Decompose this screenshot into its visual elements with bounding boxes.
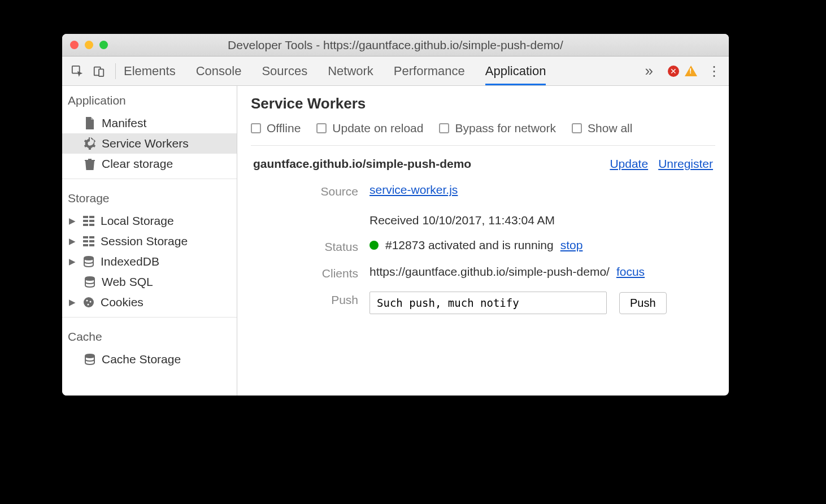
sidebar-item-indexeddb[interactable]: ▶ IndexedDB	[62, 251, 237, 272]
database-icon	[82, 255, 95, 268]
push-label: Push	[251, 292, 369, 307]
tab-application[interactable]: Application	[485, 57, 546, 85]
status-value: #12873 activated and is running stop	[369, 238, 715, 252]
manifest-icon	[84, 117, 96, 129]
expand-icon[interactable]: ▶	[69, 216, 77, 226]
focus-link[interactable]: focus	[616, 265, 645, 279]
svg-rect-13	[83, 244, 88, 246]
tab-network[interactable]: Network	[328, 57, 373, 85]
close-window-button[interactable]	[70, 41, 79, 49]
svg-point-17	[84, 297, 94, 307]
application-sidebar: Application Manifest Service Workers Cle…	[62, 86, 237, 396]
sidebar-item-web-sql[interactable]: Web SQL	[62, 272, 237, 292]
svg-rect-6	[89, 220, 94, 222]
warning-badge-icon[interactable]	[685, 66, 697, 76]
unregister-link[interactable]: Unregister	[658, 157, 713, 171]
separator	[115, 63, 116, 79]
inspect-element-icon[interactable]	[68, 62, 87, 81]
sidebar-item-local-storage[interactable]: ▶ Local Storage	[62, 211, 237, 231]
sw-toolbar: Offline Update on reload Bypass for netw…	[251, 121, 715, 146]
sidebar-item-label: Web SQL	[102, 275, 153, 289]
tab-console[interactable]: Console	[196, 57, 242, 85]
storage-grid-icon	[82, 215, 95, 227]
storage-grid-icon	[82, 235, 95, 247]
source-value: service-worker.js Received 10/10/2017, 1…	[369, 183, 715, 227]
panel-heading: Service Workers	[251, 95, 715, 112]
svg-point-19	[90, 301, 92, 303]
status-dot-icon	[369, 241, 379, 250]
checkbox-label: Update on reload	[332, 121, 423, 135]
sidebar-item-cookies[interactable]: ▶ Cookies	[62, 292, 237, 312]
error-badge-icon[interactable]: ✕	[668, 66, 679, 77]
push-input[interactable]	[369, 292, 607, 314]
svg-point-15	[84, 257, 93, 260]
stop-link[interactable]: stop	[560, 238, 583, 252]
sidebar-item-label: Manifest	[102, 116, 146, 130]
svg-rect-9	[83, 236, 88, 238]
svg-rect-14	[89, 244, 94, 246]
sidebar-item-session-storage[interactable]: ▶ Session Storage	[62, 231, 237, 251]
sw-details: Source service-worker.js Received 10/10/…	[251, 183, 715, 314]
tab-performance[interactable]: Performance	[394, 57, 465, 85]
zoom-window-button[interactable]	[99, 41, 108, 49]
status-text: #12873 activated and is running	[385, 238, 554, 252]
service-workers-panel: Service Workers Offline Update on reload…	[237, 86, 729, 396]
minimize-window-button[interactable]	[85, 41, 93, 49]
sidebar-item-label: Cookies	[101, 296, 144, 309]
titlebar: Developer Tools - https://gauntface.gith…	[62, 34, 729, 57]
svg-rect-5	[83, 220, 88, 222]
sw-origin-actions: Update Unregister	[610, 157, 713, 171]
svg-point-21	[85, 354, 94, 358]
svg-rect-12	[89, 240, 94, 242]
checkbox-icon	[572, 123, 582, 133]
database-icon	[84, 276, 96, 288]
checkbox-icon	[316, 123, 327, 133]
cookie-icon	[82, 296, 95, 309]
checkbox-label: Bypass for network	[455, 121, 556, 135]
sw-origin-row: gauntface.github.io/simple-push-demo Upd…	[251, 157, 715, 171]
svg-rect-7	[83, 224, 88, 226]
svg-rect-3	[83, 216, 88, 218]
update-on-reload-checkbox[interactable]: Update on reload	[316, 121, 423, 135]
sidebar-item-label: Cache Storage	[102, 353, 181, 366]
sidebar-item-cache-storage[interactable]: Cache Storage	[62, 349, 237, 370]
status-label: Status	[251, 238, 369, 254]
show-all-checkbox[interactable]: Show all	[572, 121, 632, 135]
expand-icon[interactable]: ▶	[69, 236, 77, 246]
svg-point-20	[88, 304, 89, 306]
sidebar-item-label: Session Storage	[101, 234, 188, 248]
gear-icon	[84, 137, 96, 150]
source-file-link[interactable]: service-worker.js	[369, 183, 458, 197]
device-toolbar-icon[interactable]	[89, 62, 108, 81]
bypass-network-checkbox[interactable]: Bypass for network	[439, 121, 556, 135]
svg-point-16	[85, 277, 94, 280]
clients-value: https://gauntface.github.io/simple-push-…	[369, 265, 715, 279]
update-link[interactable]: Update	[610, 157, 648, 171]
sidebar-item-manifest[interactable]: Manifest	[62, 113, 237, 133]
sidebar-item-label: Local Storage	[101, 214, 174, 228]
tab-sources[interactable]: Sources	[262, 57, 307, 85]
sw-origin: gauntface.github.io/simple-push-demo	[253, 157, 471, 171]
received-time: Received 10/10/2017, 11:43:04 AM	[369, 214, 715, 227]
expand-icon[interactable]: ▶	[69, 297, 77, 307]
sidebar-item-service-workers[interactable]: Service Workers	[62, 133, 237, 154]
expand-icon[interactable]: ▶	[69, 257, 77, 267]
source-label: Source	[251, 183, 369, 198]
trash-icon	[84, 158, 96, 170]
clients-label: Clients	[251, 265, 369, 280]
offline-checkbox[interactable]: Offline	[251, 121, 301, 135]
checkbox-icon	[439, 123, 449, 133]
checkbox-label: Offline	[267, 121, 301, 135]
more-menu-icon[interactable]: ⋮	[703, 63, 725, 79]
tab-elements[interactable]: Elements	[124, 57, 176, 85]
svg-rect-11	[83, 240, 88, 242]
svg-rect-2	[99, 69, 103, 76]
push-row: Push	[369, 292, 715, 314]
sidebar-item-label: Clear storage	[102, 157, 173, 171]
window-title: Developer Tools - https://gauntface.gith…	[62, 38, 729, 52]
tabs-overflow-button[interactable]: »	[641, 62, 658, 80]
sidebar-section-application: Application	[62, 86, 237, 113]
sidebar-item-clear-storage[interactable]: Clear storage	[62, 154, 237, 174]
database-icon	[84, 353, 96, 366]
push-button[interactable]: Push	[619, 292, 667, 314]
